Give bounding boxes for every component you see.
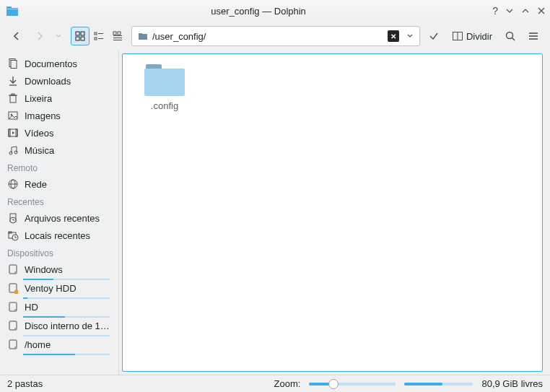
status-bar: 2 pastas Zoom: 80,9 GiB livres (0, 375, 550, 392)
close-button[interactable] (537, 6, 546, 15)
svg-rect-28 (10, 95, 16, 103)
svg-point-52 (14, 309, 16, 310)
search-button[interactable] (501, 27, 520, 45)
svg-rect-13 (113, 35, 122, 36)
svg-rect-34 (9, 129, 10, 136)
menu-button[interactable] (524, 27, 543, 45)
zoom-label: Zoom: (274, 378, 301, 389)
recent-locations-icon (7, 230, 19, 241)
sidebar-item-hd[interactable]: HD (0, 298, 118, 317)
window-controls: ? (492, 6, 546, 16)
free-space: 80,9 GiB livres (481, 378, 543, 389)
sidebar-item-label: Locais recentes (25, 230, 111, 241)
svg-rect-35 (16, 129, 17, 136)
sidebar-item-label: HD (25, 302, 111, 313)
sidebar-item-lixeira[interactable]: Lixeira (0, 90, 118, 107)
usage-bar (23, 354, 110, 355)
sidebar-item--home[interactable]: /home (0, 336, 118, 354)
location-bar[interactable]: /user_config/ ✕ (131, 26, 420, 46)
minimize-button[interactable] (505, 6, 514, 15)
sidebar-section: Remoto (0, 159, 118, 175)
downloads-icon (7, 75, 19, 87)
svg-rect-11 (113, 32, 116, 35)
sidebar-section: Dispositivos (0, 244, 118, 261)
svg-rect-12 (118, 32, 121, 35)
documents-icon (7, 58, 19, 69)
split-label: Dividir (466, 31, 492, 42)
item-count: 2 pastas (7, 378, 43, 389)
sidebar-item-label: Lixeira (25, 93, 111, 104)
svg-rect-50 (14, 290, 18, 294)
compact-view-button[interactable] (90, 27, 108, 45)
location-dropdown[interactable] (403, 32, 416, 40)
dolphin-app-icon (6, 4, 19, 17)
titlebar: user_config — Dolphin ? (0, 0, 550, 22)
drive-icon (7, 320, 19, 331)
forward-button[interactable] (30, 27, 49, 45)
sidebar-item-label: Disco interno de 1… (25, 321, 111, 331)
history-dropdown[interactable] (53, 27, 64, 45)
drive-icon (7, 263, 19, 275)
sidebar-item-documentos[interactable]: Documentos (0, 55, 118, 72)
back-button[interactable] (7, 27, 26, 45)
icons-view-button[interactable] (71, 27, 90, 45)
maximize-button[interactable] (521, 6, 530, 15)
content-wrap: .config (119, 51, 550, 375)
zoom-slider[interactable] (309, 383, 396, 386)
places-panel: DocumentosDownloadsLixeiraImagensVídeosM… (0, 51, 119, 375)
sidebar-item-rede[interactable]: Rede (0, 175, 118, 193)
sidebar-item-ventoy-hdd[interactable]: Ventoy HDD (0, 279, 118, 298)
sidebar-item-label: Arquivos recentes (25, 213, 111, 224)
svg-point-56 (14, 347, 16, 348)
network-icon (7, 178, 19, 190)
svg-line-21 (512, 38, 515, 41)
sidebar-section: Recentes (0, 193, 118, 209)
svg-rect-7 (95, 32, 97, 35)
svg-point-47 (14, 271, 16, 273)
svg-rect-15 (113, 40, 122, 40)
folder-icon (138, 31, 148, 41)
sidebar-item-label: Documentos (25, 58, 111, 69)
confirm-button[interactable] (424, 27, 443, 45)
sidebar-item-m-sica[interactable]: Música (0, 141, 118, 159)
svg-rect-10 (98, 38, 103, 39)
sidebar-item-locais-recentes[interactable]: Locais recentes (0, 227, 118, 244)
sidebar-item-v-deos[interactable]: Vídeos (0, 124, 118, 141)
sidebar-item-disco-interno-de-1-[interactable]: Disco interno de 1… (0, 317, 118, 336)
svg-rect-2 (6, 9, 18, 9)
view-mode-group (71, 27, 127, 45)
images-icon (7, 110, 19, 121)
sidebar-item-label: Downloads (25, 76, 111, 87)
svg-rect-26 (11, 61, 17, 69)
svg-rect-14 (113, 38, 122, 38)
help-button[interactable]: ? (492, 6, 498, 16)
drive-icon (7, 339, 19, 350)
disk-usage-bar (404, 383, 473, 386)
sidebar-item-imagens[interactable]: Imagens (0, 107, 118, 124)
sidebar-item-label: /home (25, 339, 111, 350)
svg-rect-3 (76, 32, 79, 35)
main-area: DocumentosDownloadsLixeiraImagensVídeosM… (0, 51, 550, 375)
svg-rect-4 (81, 32, 84, 35)
svg-rect-9 (95, 38, 97, 40)
sidebar-item-label: Windows (25, 264, 111, 275)
sidebar-item-downloads[interactable]: Downloads (0, 72, 118, 90)
file-view[interactable]: .config (122, 53, 543, 372)
sidebar-item-arquivos-recentes[interactable]: Arquivos recentes (0, 209, 118, 227)
drive-icon (7, 301, 19, 313)
drive-usb-icon (7, 282, 19, 294)
file-name: .config (151, 100, 178, 111)
trash-icon (7, 92, 19, 104)
sidebar-item-label: Música (25, 145, 111, 156)
svg-point-20 (507, 32, 513, 39)
clear-location-button[interactable]: ✕ (388, 30, 399, 42)
sidebar-item-label: Vídeos (25, 128, 111, 139)
sidebar-item-label: Ventoy HDD (25, 283, 111, 294)
svg-rect-5 (76, 37, 79, 40)
svg-rect-17 (139, 34, 147, 40)
window-title: user_config — Dolphin (25, 6, 492, 17)
sidebar-item-windows[interactable]: Windows (0, 261, 118, 279)
details-view-button[interactable] (108, 27, 127, 45)
file-item[interactable]: .config (130, 61, 199, 111)
split-view-button[interactable]: Dividir (448, 27, 497, 45)
